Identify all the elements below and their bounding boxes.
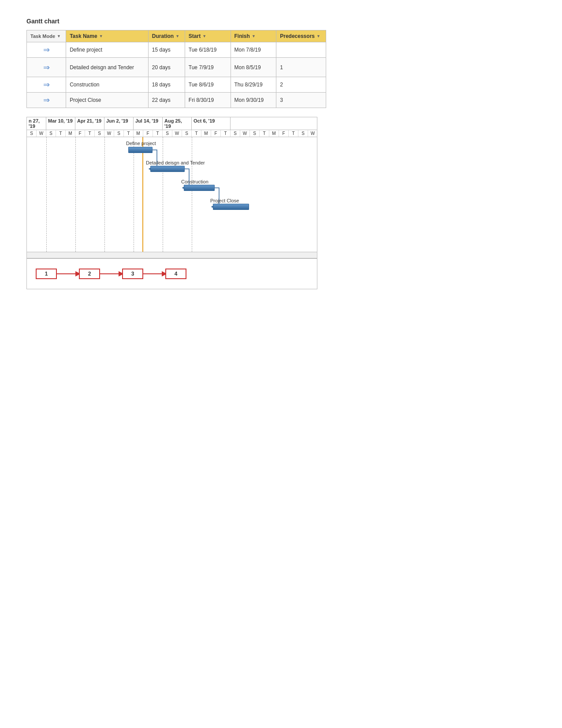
task-name-cell: Construction (66, 77, 149, 93)
timeline-day-16: S (182, 130, 192, 137)
network-node-4: 4 (165, 269, 186, 279)
chart-area: Define projectDetailed deisgn and Tender… (27, 137, 317, 252)
timeline-day-3: T (56, 130, 66, 137)
timeline-month-0: n 27, '19 (27, 117, 46, 130)
timeline-day-26: F (279, 130, 289, 137)
timeline-day-13: T (153, 130, 163, 137)
table-row: ⇒ Define project 15 days Tue 6/18/19 Mon… (27, 42, 326, 58)
task-name-cell: Define project (66, 42, 149, 58)
page-title: Gantt chart (26, 18, 536, 25)
timeline-month-4: Jul 14, '19 (134, 117, 163, 130)
connector-0 (27, 137, 317, 252)
start-dropdown-icon[interactable]: ▼ (202, 34, 206, 38)
col-header-predecessors[interactable]: Predecessors ▼ (276, 30, 326, 42)
task-bar-3 (213, 204, 249, 210)
task-name-cell: Detailed deisgn and Tender (66, 58, 149, 77)
connector-2 (27, 137, 317, 252)
bar-label-1: Detailed deisgn and Tender (146, 160, 205, 165)
duration-cell: 15 days (148, 42, 185, 58)
timeline-month-3: Jun 2, '19 (104, 117, 134, 130)
timeline-day-19: F (211, 130, 221, 137)
bar-label-2: Construction (181, 179, 208, 184)
col-header-start[interactable]: Start ▼ (185, 30, 231, 42)
col-header-finish[interactable]: Finish ▼ (231, 30, 276, 42)
pred-label: Predecessors (280, 33, 315, 39)
network-diagram: 1234 (26, 258, 317, 289)
finish-cell: Mon 8/5/19 (231, 58, 276, 77)
col-header-taskmode[interactable]: Task Mode ▼ (27, 30, 66, 42)
start-cell: Tue 7/9/19 (185, 58, 231, 77)
today-marker (142, 137, 143, 252)
task-mode-cell: ⇒ (27, 58, 66, 77)
taskmode-dropdown-icon[interactable]: ▼ (57, 34, 61, 38)
start-cell: Tue 6/18/19 (185, 42, 231, 58)
network-node-2: 2 (79, 269, 100, 279)
col-header-taskname[interactable]: Task Name ▼ (66, 30, 149, 42)
timeline-day-5: F (75, 130, 85, 137)
start-cell: Fri 8/30/19 (185, 93, 231, 108)
task-mode-cell: ⇒ (27, 77, 66, 93)
timeline-day-25: M (269, 130, 279, 137)
timeline-month-6: Oct 6, '19 (192, 117, 231, 130)
task-mode-cell: ⇒ (27, 93, 66, 108)
timeline-day-10: T (124, 130, 134, 137)
timeline-day-29: W (308, 130, 317, 137)
timeline-day-9: S (114, 130, 124, 137)
timeline-day-14: S (163, 130, 172, 137)
taskmode-label: Task Mode (30, 34, 55, 39)
finish-cell: Thu 8/29/19 (231, 77, 276, 93)
task-mode-icon: ⇒ (43, 63, 50, 72)
timeline-day-21: S (231, 130, 240, 137)
vertical-divider-3 (134, 137, 134, 252)
pred-dropdown-icon[interactable]: ▼ (316, 34, 320, 38)
timeline-day-1: W (37, 130, 46, 137)
duration-cell: 20 days (148, 58, 185, 77)
vertical-divider-2 (104, 137, 105, 252)
duration-label: Duration (152, 33, 174, 39)
predecessor-cell (276, 42, 326, 58)
timeline-month-5: Aug 25, '19 (163, 117, 192, 130)
task-mode-icon: ⇒ (43, 45, 50, 54)
duration-dropdown-icon[interactable]: ▼ (175, 34, 179, 38)
taskname-dropdown-icon[interactable]: ▼ (99, 34, 103, 38)
vertical-divider-5 (192, 137, 192, 252)
col-header-duration[interactable]: Duration ▼ (148, 30, 185, 42)
timeline-day-12: F (143, 130, 153, 137)
finish-cell: Mon 7/8/19 (231, 42, 276, 58)
gantt-table: Task Mode ▼ Task Name ▼ Duration ▼ Start (26, 30, 326, 108)
predecessor-cell: 3 (276, 93, 326, 108)
timeline-day-18: M (201, 130, 211, 137)
chart-scrollbar[interactable] (27, 252, 317, 258)
task-mode-icon: ⇒ (43, 96, 50, 105)
timeline-day-15: W (172, 130, 182, 137)
task-bar-2 (184, 185, 215, 191)
timeline-month-2: Apr 21, '19 (75, 117, 104, 130)
timeline-day-6: T (85, 130, 95, 137)
finish-label: Finish (234, 33, 250, 39)
vertical-divider-0 (46, 137, 47, 252)
finish-dropdown-icon[interactable]: ▼ (252, 34, 256, 38)
timeline-months-row: n 27, '19Mar 10, '19Apr 21, '19Jun 2, '1… (27, 117, 317, 130)
duration-cell: 22 days (148, 93, 185, 108)
bar-label-3: Project Close (210, 198, 239, 203)
predecessor-cell: 1 (276, 58, 326, 77)
vertical-divider-1 (75, 137, 76, 252)
start-label: Start (189, 33, 201, 39)
connector-1 (27, 137, 317, 252)
timeline-day-0: S (27, 130, 37, 137)
timeline-day-4: M (66, 130, 75, 137)
task-mode-icon: ⇒ (43, 80, 50, 89)
timeline-day-7: S (95, 130, 104, 137)
table-header-row: Task Mode ▼ Task Name ▼ Duration ▼ Start (27, 30, 326, 42)
table-row: ⇒ Construction 18 days Tue 8/6/19 Thu 8/… (27, 77, 326, 93)
finish-cell: Mon 9/30/19 (231, 93, 276, 108)
task-mode-cell: ⇒ (27, 42, 66, 58)
predecessor-cell: 2 (276, 77, 326, 93)
timeline-day-17: T (192, 130, 201, 137)
timeline-day-2: S (46, 130, 56, 137)
start-cell: Tue 8/6/19 (185, 77, 231, 93)
table-row: ⇒ Detailed deisgn and Tender 20 days Tue… (27, 58, 326, 77)
gantt-chart: n 27, '19Mar 10, '19Apr 21, '19Jun 2, '1… (26, 117, 317, 258)
timeline-day-20: T (221, 130, 231, 137)
table-row: ⇒ Project Close 22 days Fri 8/30/19 Mon … (27, 93, 326, 108)
